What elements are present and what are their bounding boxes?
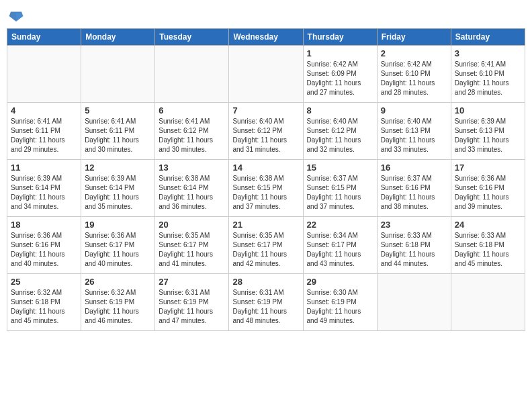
day-info: Sunrise: 6:38 AM Sunset: 6:15 PM Dayligh… <box>232 174 299 212</box>
calendar-cell: 3Sunrise: 6:41 AM Sunset: 6:10 PM Daylig… <box>451 46 525 103</box>
weekday-header-row: SundayMondayTuesdayWednesdayThursdayFrid… <box>7 29 525 46</box>
day-number: 26 <box>85 277 151 287</box>
calendar-table: SundayMondayTuesdayWednesdayThursdayFrid… <box>7 28 525 331</box>
day-info: Sunrise: 6:31 AM Sunset: 6:19 PM Dayligh… <box>159 288 225 326</box>
day-info: Sunrise: 6:36 AM Sunset: 6:17 PM Dayligh… <box>85 231 151 269</box>
svg-marker-1 <box>16 13 23 20</box>
calendar-week-1: 1Sunrise: 6:42 AM Sunset: 6:09 PM Daylig… <box>7 46 525 103</box>
day-info: Sunrise: 6:35 AM Sunset: 6:17 PM Dayligh… <box>159 231 225 269</box>
day-info: Sunrise: 6:34 AM Sunset: 6:17 PM Dayligh… <box>307 231 373 269</box>
day-number: 27 <box>159 277 225 287</box>
day-info: Sunrise: 6:39 AM Sunset: 6:13 PM Dayligh… <box>455 117 521 154</box>
calendar-cell: 20Sunrise: 6:35 AM Sunset: 6:17 PM Dayli… <box>155 217 229 274</box>
day-number: 18 <box>11 220 77 230</box>
calendar-cell: 1Sunrise: 6:42 AM Sunset: 6:09 PM Daylig… <box>303 46 377 103</box>
calendar-cell: 13Sunrise: 6:38 AM Sunset: 6:14 PM Dayli… <box>155 160 229 217</box>
calendar-cell: 22Sunrise: 6:34 AM Sunset: 6:17 PM Dayli… <box>303 217 377 274</box>
calendar-cell: 4Sunrise: 6:41 AM Sunset: 6:11 PM Daylig… <box>7 103 81 160</box>
day-number: 16 <box>381 163 447 173</box>
day-info: Sunrise: 6:40 AM Sunset: 6:13 PM Dayligh… <box>381 117 447 154</box>
page-header <box>7 7 525 23</box>
day-number: 11 <box>11 163 77 173</box>
day-number: 4 <box>11 105 77 116</box>
calendar-cell: 11Sunrise: 6:39 AM Sunset: 6:14 PM Dayli… <box>7 160 81 217</box>
day-number: 22 <box>307 220 373 230</box>
day-number: 13 <box>159 163 225 173</box>
weekday-header-monday: Monday <box>81 29 155 46</box>
calendar-week-2: 4Sunrise: 6:41 AM Sunset: 6:11 PM Daylig… <box>7 103 525 160</box>
day-info: Sunrise: 6:39 AM Sunset: 6:14 PM Dayligh… <box>11 174 77 212</box>
calendar-cell: 26Sunrise: 6:32 AM Sunset: 6:19 PM Dayli… <box>81 274 155 331</box>
day-number: 7 <box>232 105 299 116</box>
calendar-cell: 16Sunrise: 6:37 AM Sunset: 6:16 PM Dayli… <box>377 160 451 217</box>
day-number: 10 <box>455 105 521 116</box>
calendar-cell: 24Sunrise: 6:33 AM Sunset: 6:18 PM Dayli… <box>451 217 525 274</box>
calendar-cell: 18Sunrise: 6:36 AM Sunset: 6:16 PM Dayli… <box>7 217 81 274</box>
calendar-cell: 6Sunrise: 6:41 AM Sunset: 6:12 PM Daylig… <box>155 103 229 160</box>
day-number: 20 <box>159 220 225 230</box>
calendar-cell: 12Sunrise: 6:39 AM Sunset: 6:14 PM Dayli… <box>81 160 155 217</box>
day-number: 14 <box>232 163 299 173</box>
calendar-cell: 17Sunrise: 6:36 AM Sunset: 6:16 PM Dayli… <box>451 160 525 217</box>
day-info: Sunrise: 6:39 AM Sunset: 6:14 PM Dayligh… <box>85 174 151 212</box>
day-info: Sunrise: 6:31 AM Sunset: 6:19 PM Dayligh… <box>232 288 299 326</box>
calendar-cell: 15Sunrise: 6:37 AM Sunset: 6:15 PM Dayli… <box>303 160 377 217</box>
day-number: 1 <box>307 48 373 58</box>
day-number: 8 <box>307 105 373 116</box>
day-number: 28 <box>232 277 299 287</box>
calendar-cell <box>229 46 303 103</box>
weekday-header-sunday: Sunday <box>7 29 81 46</box>
day-number: 15 <box>307 163 373 173</box>
day-info: Sunrise: 6:35 AM Sunset: 6:17 PM Dayligh… <box>232 231 299 269</box>
calendar-cell: 2Sunrise: 6:42 AM Sunset: 6:10 PM Daylig… <box>377 46 451 103</box>
day-info: Sunrise: 6:37 AM Sunset: 6:16 PM Dayligh… <box>381 174 447 212</box>
day-number: 24 <box>455 220 521 230</box>
day-info: Sunrise: 6:41 AM Sunset: 6:12 PM Dayligh… <box>159 117 225 154</box>
day-info: Sunrise: 6:32 AM Sunset: 6:19 PM Dayligh… <box>85 288 151 326</box>
calendar-cell <box>7 46 81 103</box>
calendar-cell: 14Sunrise: 6:38 AM Sunset: 6:15 PM Dayli… <box>229 160 303 217</box>
day-number: 5 <box>85 105 151 116</box>
calendar-cell: 9Sunrise: 6:40 AM Sunset: 6:13 PM Daylig… <box>377 103 451 160</box>
day-number: 21 <box>232 220 299 230</box>
day-info: Sunrise: 6:36 AM Sunset: 6:16 PM Dayligh… <box>455 174 521 212</box>
calendar-week-3: 11Sunrise: 6:39 AM Sunset: 6:14 PM Dayli… <box>7 160 525 217</box>
calendar-cell: 21Sunrise: 6:35 AM Sunset: 6:17 PM Dayli… <box>229 217 303 274</box>
day-info: Sunrise: 6:32 AM Sunset: 6:18 PM Dayligh… <box>11 288 77 326</box>
day-number: 9 <box>381 105 447 116</box>
day-info: Sunrise: 6:41 AM Sunset: 6:11 PM Dayligh… <box>85 117 151 154</box>
day-number: 17 <box>455 163 521 173</box>
day-info: Sunrise: 6:40 AM Sunset: 6:12 PM Dayligh… <box>307 117 373 154</box>
day-info: Sunrise: 6:40 AM Sunset: 6:12 PM Dayligh… <box>232 117 299 154</box>
day-number: 23 <box>381 220 447 230</box>
day-number: 2 <box>381 48 447 58</box>
day-number: 3 <box>455 48 521 58</box>
calendar-cell: 19Sunrise: 6:36 AM Sunset: 6:17 PM Dayli… <box>81 217 155 274</box>
calendar-cell: 29Sunrise: 6:30 AM Sunset: 6:19 PM Dayli… <box>303 274 377 331</box>
day-info: Sunrise: 6:42 AM Sunset: 6:10 PM Dayligh… <box>381 60 447 97</box>
calendar-cell: 7Sunrise: 6:40 AM Sunset: 6:12 PM Daylig… <box>229 103 303 160</box>
day-info: Sunrise: 6:37 AM Sunset: 6:15 PM Dayligh… <box>307 174 373 212</box>
logo <box>7 9 27 23</box>
calendar-cell: 10Sunrise: 6:39 AM Sunset: 6:13 PM Dayli… <box>451 103 525 160</box>
day-info: Sunrise: 6:33 AM Sunset: 6:18 PM Dayligh… <box>455 231 521 269</box>
calendar-cell <box>451 274 525 331</box>
calendar-cell <box>155 46 229 103</box>
day-number: 6 <box>159 105 225 116</box>
calendar-cell <box>81 46 155 103</box>
calendar-cell: 28Sunrise: 6:31 AM Sunset: 6:19 PM Dayli… <box>229 274 303 331</box>
day-info: Sunrise: 6:38 AM Sunset: 6:14 PM Dayligh… <box>159 174 225 212</box>
calendar-week-4: 18Sunrise: 6:36 AM Sunset: 6:16 PM Dayli… <box>7 217 525 274</box>
day-number: 12 <box>85 163 151 173</box>
day-number: 25 <box>11 277 77 287</box>
day-info: Sunrise: 6:33 AM Sunset: 6:18 PM Dayligh… <box>381 231 447 269</box>
day-info: Sunrise: 6:36 AM Sunset: 6:16 PM Dayligh… <box>11 231 77 269</box>
weekday-header-tuesday: Tuesday <box>155 29 229 46</box>
calendar-cell: 23Sunrise: 6:33 AM Sunset: 6:18 PM Dayli… <box>377 217 451 274</box>
calendar-cell: 5Sunrise: 6:41 AM Sunset: 6:11 PM Daylig… <box>81 103 155 160</box>
weekday-header-saturday: Saturday <box>451 29 525 46</box>
calendar-cell: 27Sunrise: 6:31 AM Sunset: 6:19 PM Dayli… <box>155 274 229 331</box>
day-info: Sunrise: 6:41 AM Sunset: 6:11 PM Dayligh… <box>11 117 77 154</box>
weekday-header-wednesday: Wednesday <box>229 29 303 46</box>
calendar-week-5: 25Sunrise: 6:32 AM Sunset: 6:18 PM Dayli… <box>7 274 525 331</box>
